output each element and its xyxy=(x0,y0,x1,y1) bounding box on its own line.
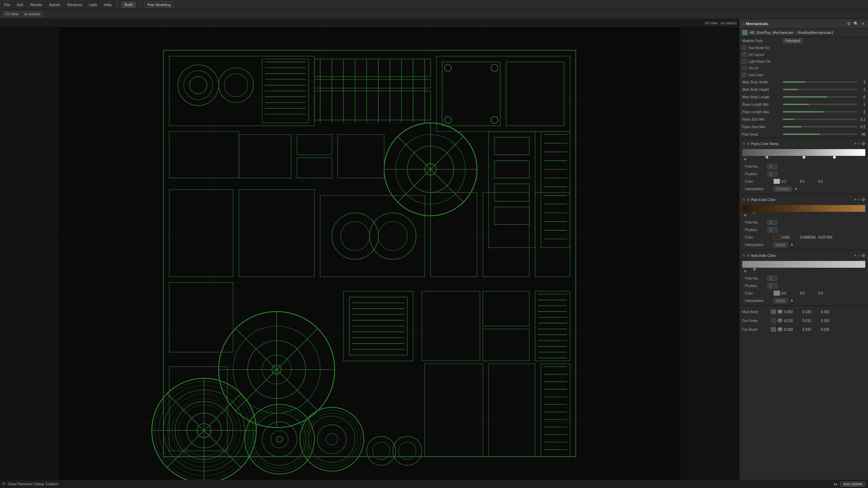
nuts-bolts-point-no-row: Point No. 2 xyxy=(742,274,865,282)
checkbox-use-color[interactable]: Use Color xyxy=(739,72,868,78)
material-style-dropdown[interactable]: Principled xyxy=(783,38,803,43)
nuts-bolts-x-btn[interactable]: ✕ xyxy=(742,253,746,258)
pipes-ramp-plus-btn[interactable]: + xyxy=(747,141,750,146)
poly-modeling-dropdown[interactable]: Poly Modeling xyxy=(144,2,174,8)
pipe-ends-interp-val[interactable]: Linear xyxy=(773,242,788,247)
main-body-color-ball xyxy=(777,309,783,314)
param-slider-7[interactable]: 96 xyxy=(783,133,865,136)
nuts-bolts-color-swatch[interactable] xyxy=(773,290,780,296)
material-header: AB_RoofTop_Mechanicals :: RooftopMechani… xyxy=(739,28,868,37)
pipes-interp-row: Interpolation Constant ▼ xyxy=(742,185,865,192)
nuts-bolts-color-label: Color xyxy=(745,291,772,295)
menu-assets[interactable]: Assets xyxy=(48,2,62,7)
nuts-bolts-remove-icon[interactable]: − xyxy=(858,253,860,258)
param-val-3: 1 xyxy=(859,103,865,106)
fan-bezel-color-g: 0.333 xyxy=(803,328,820,331)
pipe-ends-x-btn[interactable]: ✕ xyxy=(742,197,746,202)
viewport[interactable]: UV View uv (vertex) xyxy=(0,19,739,480)
panel-settings-icon[interactable]: ⚙ xyxy=(846,21,851,27)
menu-help[interactable]: Help xyxy=(102,2,113,7)
nuts-bolts-ramp-bar[interactable] xyxy=(742,261,865,268)
auto-update-button[interactable]: Auto Update xyxy=(840,482,865,487)
param-row-5: Pipes Size Min 0.1 xyxy=(739,116,868,123)
menu-windows[interactable]: Windows xyxy=(66,2,84,7)
pipe-ends-remove-icon[interactable]: − xyxy=(858,197,860,202)
fan-grate-color-g: 0.215 xyxy=(803,319,820,323)
pipe-ends-settings-icon[interactable]: ⚙ xyxy=(862,197,865,202)
menu-labs[interactable]: Labs xyxy=(87,2,98,7)
main-body-color-row: Main Body 0.333 0.333 0.333 xyxy=(739,307,868,316)
param-row-2: Main Body Length 6 xyxy=(739,93,868,101)
param-row-7: Pipe Seed 96 xyxy=(739,130,868,138)
param-slider-6[interactable]: 0.2 xyxy=(783,125,865,129)
pipes-ramp-x-btn[interactable]: ✕ xyxy=(742,141,746,146)
pipes-ramp-add-icon[interactable]: + xyxy=(854,141,856,146)
pipe-ends-plus-btn[interactable]: + xyxy=(747,197,750,202)
nuts-bolts-settings-icon[interactable]: ⚙ xyxy=(862,253,865,258)
status-bar: P - Show Parameter Dialog: Enabled ●● Au… xyxy=(0,480,868,488)
checkbox-light-maps[interactable]: Light Maps On xyxy=(739,58,868,65)
panel-header: ⌂ Mechanicals ⚙ 🔍 ✕ xyxy=(739,19,868,28)
status-text: P - Show Parameter Dialog: Enabled xyxy=(3,482,833,486)
param-slider-2[interactable]: 6 xyxy=(783,95,865,99)
nuts-bolts-ramp-header: ✕ + Nuts Bolts Color + − ⚙ xyxy=(742,251,865,260)
fan-bezel-color-ball xyxy=(777,327,783,332)
pipes-interp-val[interactable]: Constant xyxy=(773,186,792,191)
pipes-ramp-collapse-arrow[interactable]: ▼ xyxy=(744,158,747,161)
pipe-ends-ramp-bar[interactable] xyxy=(742,205,865,212)
pipe-ends-point-no-val: 2 xyxy=(767,220,777,225)
checkbox-tool-mode[interactable]: Tool Mode On xyxy=(739,44,868,51)
main-body-color-swatch[interactable] xyxy=(771,309,776,314)
pipe-ends-color-swatch[interactable] xyxy=(773,235,780,240)
menu-render[interactable]: Render xyxy=(29,2,44,7)
menu-edit[interactable]: Edit xyxy=(16,2,25,7)
build-dropdown[interactable]: Build xyxy=(121,2,136,8)
nuts-bolts-position-label: Position xyxy=(745,284,765,288)
panel-close-icon[interactable]: ✕ xyxy=(861,21,865,27)
nuts-bolts-add-icon[interactable]: + xyxy=(854,253,856,258)
checkbox-tool-mode-box[interactable] xyxy=(742,46,746,50)
checkbox-uv-layout-box[interactable] xyxy=(742,53,746,57)
checkbox-vis-uv[interactable]: Vis UV xyxy=(739,65,868,72)
fan-grate-color-swatch[interactable] xyxy=(771,318,776,323)
param-slider-0[interactable]: 3 xyxy=(783,80,865,84)
param-slider-5[interactable]: 0.1 xyxy=(783,118,865,121)
param-slider-1[interactable]: 2 xyxy=(783,88,865,92)
nuts-bolts-interp-val[interactable]: Linear xyxy=(773,298,788,303)
pipes-interp-label: Interpolation xyxy=(745,187,772,191)
checkbox-vis-uv-box[interactable] xyxy=(742,66,746,70)
toolbar-uv-vertex[interactable]: uv (vertex) xyxy=(22,11,42,17)
main-content: UV View uv (vertex) xyxy=(0,19,868,480)
param-val-0: 3 xyxy=(859,80,865,84)
toolbar-uv-view[interactable]: UV View xyxy=(3,11,20,17)
pipe-ends-add-icon[interactable]: + xyxy=(854,197,856,202)
main-body-color-r: 0.333 xyxy=(784,310,801,314)
pipes-ramp-actions: + − ⚙ xyxy=(854,141,865,146)
svg-rect-0 xyxy=(59,27,680,480)
menu-file[interactable]: File xyxy=(3,2,12,7)
param-slider-4[interactable]: 3 xyxy=(783,110,865,114)
pipes-ramp-settings-icon[interactable]: ⚙ xyxy=(862,141,865,146)
nuts-bolts-plus-btn[interactable]: + xyxy=(747,253,750,258)
pipes-color-swatch[interactable] xyxy=(773,179,780,184)
param-val-7: 96 xyxy=(859,133,865,136)
panel-search-icon[interactable]: 🔍 xyxy=(853,21,859,27)
param-val-5: 0.1 xyxy=(859,118,865,121)
param-slider-3[interactable]: 1 xyxy=(783,103,865,106)
checkbox-use-color-box[interactable] xyxy=(742,73,746,77)
checkbox-use-color-label: Use Color xyxy=(748,73,763,77)
pipes-ramp-remove-icon[interactable]: − xyxy=(858,141,860,146)
pipes-color-ramp-bar[interactable] xyxy=(742,149,865,156)
nuts-bolts-collapse-arrow[interactable]: ▼ xyxy=(744,269,747,273)
checkbox-uv-layout[interactable]: UV Layout xyxy=(739,51,868,58)
checkbox-light-maps-label: Light Maps On xyxy=(748,60,770,63)
pipes-interp-dropdown-icon[interactable]: ▼ xyxy=(794,187,798,191)
checkbox-light-maps-box[interactable] xyxy=(742,59,746,63)
fan-bezel-color-swatch[interactable] xyxy=(771,327,776,332)
checkbox-tool-mode-label: Tool Mode On xyxy=(748,46,769,50)
pipe-ends-collapse-arrow[interactable]: ▼ xyxy=(744,214,747,217)
pipe-ends-interp-dropdown-icon[interactable]: ▼ xyxy=(790,243,794,247)
fan-bezel-color-row: Fan Bezel 0.333 0.333 0.333 xyxy=(739,325,868,334)
pipes-point-no-val: 6 xyxy=(767,164,777,169)
nuts-bolts-interp-dropdown-icon[interactable]: ▼ xyxy=(790,299,794,303)
